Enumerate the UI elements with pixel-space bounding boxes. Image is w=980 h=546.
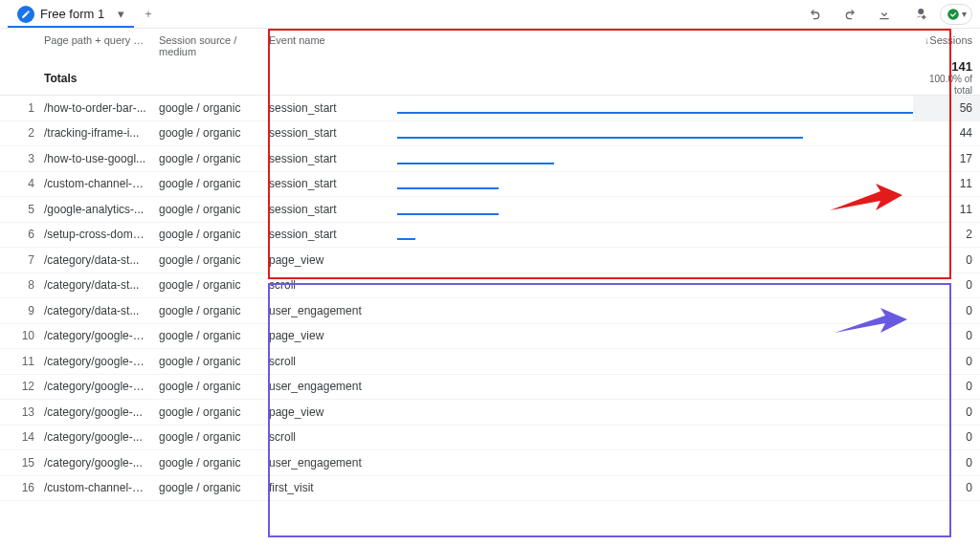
row-event: scroll [263, 273, 397, 297]
header-path[interactable]: Page path + query string [38, 29, 153, 61]
row-source: google / organic [153, 475, 263, 500]
totals-value: 141 [951, 59, 972, 75]
row-event: user_engagement [263, 450, 397, 475]
row-event: page_view [263, 323, 397, 348]
status-ok-button[interactable]: ▾ [940, 4, 972, 25]
row-value: 11 [913, 197, 980, 222]
table-row[interactable]: 9/category/data-st...google / organicuse… [0, 298, 980, 324]
table-row[interactable]: 5/google-analytics-...google / organicse… [0, 197, 980, 223]
row-event: user_engagement [263, 374, 397, 399]
row-path: /category/google-a... [38, 349, 153, 374]
table-row[interactable]: 8/category/data-st...google / organicscr… [0, 273, 980, 299]
row-source: google / organic [153, 374, 263, 399]
row-path: /setup-cross-domai... [38, 222, 153, 247]
row-path: /custom-channel-g... [38, 475, 153, 500]
row-path: /how-to-use-googl... [38, 146, 153, 171]
row-index: 13 [0, 400, 38, 425]
row-index: 9 [0, 298, 38, 323]
row-event: session_start [263, 222, 397, 247]
row-source: google / organic [153, 146, 263, 171]
row-value: 17 [913, 146, 980, 171]
row-index: 1 [0, 96, 38, 120]
row-source: google / organic [153, 450, 263, 475]
row-path: /how-to-order-bar-... [38, 96, 153, 120]
row-index: 16 [0, 475, 38, 500]
row-value: 44 [913, 120, 980, 145]
row-value: 0 [913, 475, 980, 500]
row-value: 0 [913, 273, 980, 297]
row-source: google / organic [153, 273, 263, 297]
redo-button[interactable] [836, 1, 863, 28]
download-icon [877, 7, 892, 22]
table-row[interactable]: 15/category/google-...google / organicus… [0, 450, 980, 476]
row-value: 0 [913, 248, 980, 273]
row-event: page_view [263, 400, 397, 425]
table-row[interactable]: 14/category/google-...google / organicsc… [0, 426, 980, 451]
table-row[interactable]: 7/category/data-st...google / organicpag… [0, 248, 980, 273]
row-event: scroll [263, 425, 397, 449]
row-index: 2 [0, 120, 38, 145]
row-index: 11 [0, 349, 38, 374]
row-event: session_start [263, 96, 397, 120]
row-value: 0 [913, 450, 980, 475]
row-index: 14 [0, 425, 38, 449]
report-tab[interactable]: Free form 1 ▾ [8, 1, 134, 28]
header-source[interactable]: Session source / medium [153, 29, 263, 61]
row-event: session_start [263, 146, 397, 171]
row-path: /category/data-st... [38, 298, 153, 323]
row-event: user_engagement [263, 298, 397, 323]
table-row[interactable]: 12/category/google-a...google / organicu… [0, 375, 980, 401]
totals-row: Totals 141 100.0% of total [0, 61, 980, 96]
row-value: 0 [913, 323, 980, 348]
table-row[interactable]: 10/category/google-a...google / organicp… [0, 324, 980, 350]
chevron-down-icon[interactable]: ▾ [118, 7, 124, 21]
row-path: /tracking-iframe-i... [38, 120, 153, 145]
row-event: first_visit [263, 475, 397, 500]
undo-button[interactable] [802, 1, 829, 28]
row-event: session_start [263, 171, 397, 196]
row-event: page_view [263, 248, 397, 273]
report-grid: Page path + query string Session source … [0, 29, 980, 501]
row-path: /category/data-st... [38, 248, 153, 273]
share-button[interactable] [905, 1, 932, 28]
row-value: 11 [913, 171, 980, 196]
row-source: google / organic [153, 197, 263, 222]
row-value: 0 [913, 425, 980, 449]
row-path: /category/google-a... [38, 374, 153, 399]
table-row[interactable]: 1/how-to-order-bar-...google / organicse… [0, 96, 980, 121]
share-icon [910, 6, 927, 23]
row-index: 12 [0, 374, 38, 399]
table-row[interactable]: 4/custom-channel-g...google / organicses… [0, 172, 980, 198]
row-event: session_start [263, 197, 397, 222]
download-button[interactable] [871, 1, 898, 28]
top-toolbar: Free form 1 ▾ ＋ ▾ [0, 0, 980, 29]
row-source: google / organic [153, 96, 263, 120]
row-index: 8 [0, 273, 38, 297]
undo-icon [808, 7, 823, 22]
table-row[interactable]: 6/setup-cross-domai...google / organicse… [0, 223, 980, 249]
row-event: session_start [263, 120, 397, 145]
header-event[interactable]: Event name [263, 29, 397, 61]
table-row[interactable]: 16/custom-channel-g...google / organicfi… [0, 476, 980, 502]
row-index: 15 [0, 450, 38, 475]
totals-subtext: 100.0% of total [921, 74, 972, 97]
table-row[interactable]: 2/tracking-iframe-i...google / organicse… [0, 121, 980, 147]
row-source: google / organic [153, 323, 263, 348]
status-ok-icon [947, 8, 960, 21]
table-row[interactable]: 3/how-to-use-googl...google / organicses… [0, 146, 980, 172]
chevron-down-icon: ▾ [962, 9, 967, 19]
add-tab-button[interactable]: ＋ [134, 0, 163, 29]
table-row[interactable]: 13/category/google-...google / organicpa… [0, 400, 980, 426]
row-index: 6 [0, 222, 38, 247]
row-value: 0 [913, 349, 980, 374]
row-path: /category/google-... [38, 425, 153, 449]
pencil-icon [17, 6, 34, 23]
row-event: scroll [263, 349, 397, 374]
row-path: /category/google-... [38, 450, 153, 475]
table-row[interactable]: 11/category/google-a...google / organics… [0, 349, 980, 375]
row-value: 0 [913, 374, 980, 399]
row-source: google / organic [153, 425, 263, 449]
redo-icon [842, 7, 858, 22]
row-source: google / organic [153, 248, 263, 273]
row-path: /category/google-... [38, 400, 153, 425]
